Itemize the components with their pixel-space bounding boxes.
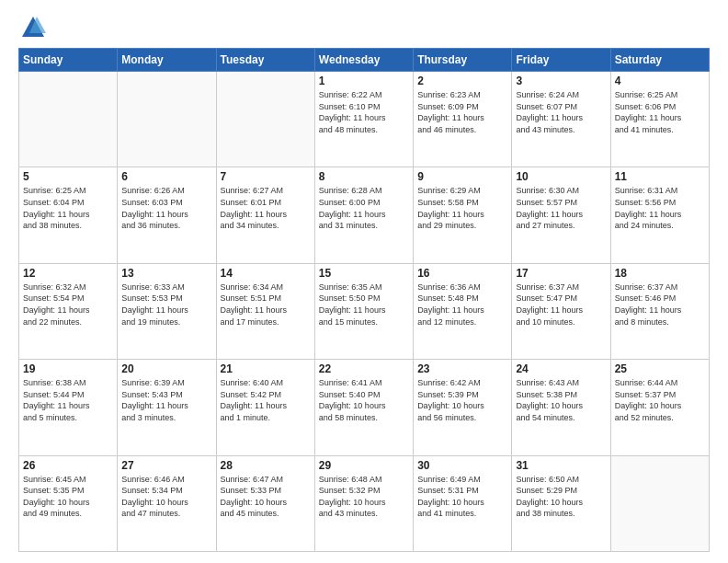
weekday-header-sunday: Sunday [19, 49, 118, 72]
day-number: 30 [417, 459, 507, 472]
logo [18, 15, 46, 40]
calendar-cell [19, 72, 118, 167]
calendar-cell: 15Sunrise: 6:35 AMSunset: 5:50 PMDayligh… [314, 263, 413, 359]
day-number: 26 [23, 459, 113, 472]
calendar-cell: 14Sunrise: 6:34 AMSunset: 5:51 PMDayligh… [216, 263, 314, 359]
day-info: Sunrise: 6:24 AMSunset: 6:07 PMDaylight:… [516, 89, 606, 135]
day-info: Sunrise: 6:22 AMSunset: 6:10 PMDaylight:… [319, 89, 409, 135]
day-info: Sunrise: 6:29 AMSunset: 5:58 PMDaylight:… [417, 185, 507, 231]
header [18, 15, 710, 40]
calendar-cell: 19Sunrise: 6:38 AMSunset: 5:44 PMDayligh… [19, 360, 118, 455]
calendar-cell: 1Sunrise: 6:22 AMSunset: 6:10 PMDaylight… [314, 72, 413, 167]
day-number: 5 [23, 170, 113, 183]
day-number: 15 [319, 267, 409, 280]
day-number: 19 [23, 362, 113, 375]
calendar-cell: 29Sunrise: 6:48 AMSunset: 5:32 PMDayligh… [314, 455, 413, 551]
day-number: 10 [516, 170, 606, 183]
week-row-2: 5Sunrise: 6:25 AMSunset: 6:04 PMDaylight… [19, 167, 710, 263]
day-info: Sunrise: 6:33 AMSunset: 5:53 PMDaylight:… [121, 282, 211, 327]
day-info: Sunrise: 6:50 AMSunset: 5:29 PMDaylight:… [516, 474, 606, 520]
weekday-header-monday: Monday [118, 49, 216, 72]
calendar-cell: 7Sunrise: 6:27 AMSunset: 6:01 PMDaylight… [216, 167, 314, 263]
day-info: Sunrise: 6:36 AMSunset: 5:48 PMDaylight:… [417, 282, 507, 327]
day-info: Sunrise: 6:23 AMSunset: 6:09 PMDaylight:… [417, 89, 507, 135]
calendar-cell: 5Sunrise: 6:25 AMSunset: 6:04 PMDaylight… [19, 167, 118, 263]
day-info: Sunrise: 6:30 AMSunset: 5:57 PMDaylight:… [516, 185, 606, 231]
weekday-header-saturday: Saturday [610, 49, 709, 72]
calendar-cell: 26Sunrise: 6:45 AMSunset: 5:35 PMDayligh… [19, 455, 118, 551]
day-info: Sunrise: 6:39 AMSunset: 5:43 PMDaylight:… [121, 377, 211, 423]
day-info: Sunrise: 6:37 AMSunset: 5:47 PMDaylight:… [516, 282, 606, 327]
day-number: 27 [121, 459, 211, 472]
calendar-cell: 20Sunrise: 6:39 AMSunset: 5:43 PMDayligh… [118, 360, 216, 455]
calendar-cell: 12Sunrise: 6:32 AMSunset: 5:54 PMDayligh… [19, 263, 118, 359]
day-info: Sunrise: 6:35 AMSunset: 5:50 PMDaylight:… [319, 282, 409, 327]
day-number: 31 [516, 459, 606, 472]
day-info: Sunrise: 6:32 AMSunset: 5:54 PMDaylight:… [23, 282, 113, 327]
calendar-cell: 28Sunrise: 6:47 AMSunset: 5:33 PMDayligh… [216, 455, 314, 551]
calendar-cell: 25Sunrise: 6:44 AMSunset: 5:37 PMDayligh… [610, 360, 709, 455]
day-info: Sunrise: 6:27 AMSunset: 6:01 PMDaylight:… [221, 185, 311, 231]
day-number: 17 [516, 267, 606, 280]
day-info: Sunrise: 6:46 AMSunset: 5:34 PMDaylight:… [121, 474, 211, 520]
calendar-cell: 8Sunrise: 6:28 AMSunset: 6:00 PMDaylight… [314, 167, 413, 263]
day-number: 2 [417, 75, 507, 87]
day-number: 16 [417, 267, 507, 280]
day-number: 25 [615, 362, 705, 375]
day-info: Sunrise: 6:49 AMSunset: 5:31 PMDaylight:… [417, 474, 507, 520]
calendar-cell: 27Sunrise: 6:46 AMSunset: 5:34 PMDayligh… [118, 455, 216, 551]
day-info: Sunrise: 6:31 AMSunset: 5:56 PMDaylight:… [615, 185, 705, 231]
day-number: 13 [121, 267, 211, 280]
calendar-cell: 10Sunrise: 6:30 AMSunset: 5:57 PMDayligh… [512, 167, 610, 263]
calendar-cell: 17Sunrise: 6:37 AMSunset: 5:47 PMDayligh… [512, 263, 610, 359]
day-number: 1 [319, 75, 409, 87]
weekday-header-row: SundayMondayTuesdayWednesdayThursdayFrid… [19, 49, 710, 72]
day-number: 18 [615, 267, 705, 280]
logo-icon [20, 15, 46, 40]
calendar-cell: 21Sunrise: 6:40 AMSunset: 5:42 PMDayligh… [216, 360, 314, 455]
week-row-3: 12Sunrise: 6:32 AMSunset: 5:54 PMDayligh… [19, 263, 710, 359]
day-info: Sunrise: 6:37 AMSunset: 5:46 PMDaylight:… [615, 282, 705, 327]
calendar-cell: 4Sunrise: 6:25 AMSunset: 6:06 PMDaylight… [610, 72, 709, 167]
weekday-header-tuesday: Tuesday [216, 49, 314, 72]
day-info: Sunrise: 6:25 AMSunset: 6:06 PMDaylight:… [615, 89, 705, 135]
calendar-cell [118, 72, 216, 167]
calendar-cell: 24Sunrise: 6:43 AMSunset: 5:38 PMDayligh… [512, 360, 610, 455]
day-info: Sunrise: 6:47 AMSunset: 5:33 PMDaylight:… [221, 474, 311, 520]
day-number: 11 [615, 170, 705, 183]
day-info: Sunrise: 6:48 AMSunset: 5:32 PMDaylight:… [319, 474, 409, 520]
calendar-cell: 31Sunrise: 6:50 AMSunset: 5:29 PMDayligh… [512, 455, 610, 551]
calendar-cell: 22Sunrise: 6:41 AMSunset: 5:40 PMDayligh… [314, 360, 413, 455]
day-number: 7 [221, 170, 311, 183]
week-row-1: 1Sunrise: 6:22 AMSunset: 6:10 PMDaylight… [19, 72, 710, 167]
day-number: 22 [319, 362, 409, 375]
calendar-cell [216, 72, 314, 167]
day-number: 24 [516, 362, 606, 375]
day-number: 14 [221, 267, 311, 280]
day-number: 3 [516, 75, 606, 87]
day-number: 20 [121, 362, 211, 375]
weekday-header-thursday: Thursday [414, 49, 512, 72]
calendar-cell: 16Sunrise: 6:36 AMSunset: 5:48 PMDayligh… [414, 263, 512, 359]
day-info: Sunrise: 6:43 AMSunset: 5:38 PMDaylight:… [516, 377, 606, 423]
calendar-cell: 2Sunrise: 6:23 AMSunset: 6:09 PMDaylight… [414, 72, 512, 167]
calendar-cell: 3Sunrise: 6:24 AMSunset: 6:07 PMDaylight… [512, 72, 610, 167]
day-number: 4 [615, 75, 705, 87]
day-number: 28 [221, 459, 311, 472]
day-info: Sunrise: 6:26 AMSunset: 6:03 PMDaylight:… [121, 185, 211, 231]
day-number: 23 [417, 362, 507, 375]
day-info: Sunrise: 6:45 AMSunset: 5:35 PMDaylight:… [23, 474, 113, 520]
weekday-header-friday: Friday [512, 49, 610, 72]
day-number: 29 [319, 459, 409, 472]
day-info: Sunrise: 6:34 AMSunset: 5:51 PMDaylight:… [221, 282, 311, 327]
week-row-4: 19Sunrise: 6:38 AMSunset: 5:44 PMDayligh… [19, 360, 710, 455]
calendar-cell: 13Sunrise: 6:33 AMSunset: 5:53 PMDayligh… [118, 263, 216, 359]
weekday-header-wednesday: Wednesday [314, 49, 413, 72]
calendar-cell: 18Sunrise: 6:37 AMSunset: 5:46 PMDayligh… [610, 263, 709, 359]
day-info: Sunrise: 6:25 AMSunset: 6:04 PMDaylight:… [23, 185, 113, 231]
calendar-cell [610, 455, 709, 551]
day-number: 12 [23, 267, 113, 280]
week-row-5: 26Sunrise: 6:45 AMSunset: 5:35 PMDayligh… [19, 455, 710, 551]
day-number: 6 [121, 170, 211, 183]
calendar-cell: 11Sunrise: 6:31 AMSunset: 5:56 PMDayligh… [610, 167, 709, 263]
